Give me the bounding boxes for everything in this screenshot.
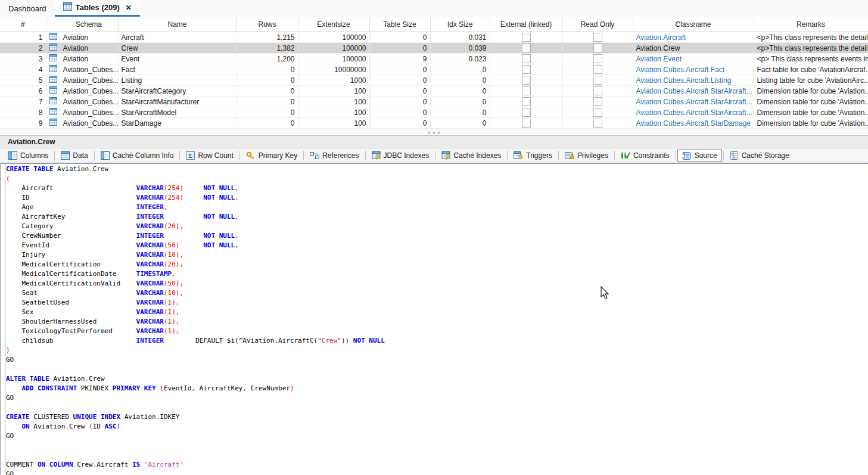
source-code-view[interactable]: CREATE TABLE Aviation.Crew( Aircraft VAR… (0, 164, 868, 475)
external-checkbox[interactable] (522, 76, 531, 85)
column-header-name[interactable]: Name (118, 17, 237, 32)
cell-name: Event (118, 54, 237, 64)
external-checkbox[interactable] (522, 108, 531, 117)
cell-extentsize: 10000000 (298, 64, 369, 75)
detail-tab-cach-indexes[interactable]: 13">Caché Indexes (437, 150, 506, 162)
read-only-checkbox[interactable] (593, 33, 602, 42)
detail-tab-cach-column-info[interactable]: Caché Column Info (96, 150, 179, 162)
table-row[interactable]: 5Aviation_Cubes...Listing0100000Aviation… (0, 75, 868, 86)
cell-rows: 1,200 (237, 54, 298, 64)
column-header-schema[interactable]: Schema (60, 17, 118, 32)
column-header-rows[interactable]: Rows (237, 17, 298, 32)
read-only-checkbox[interactable] (593, 108, 602, 117)
detail-tab-privileges[interactable]: Privileges (560, 150, 613, 162)
read-only-checkbox[interactable] (593, 86, 602, 95)
table-row-icon (49, 97, 57, 106)
row-number: 1 (0, 32, 46, 43)
cell-name: StarDamage (118, 118, 237, 129)
tab-tables[interactable]: Tables (209) ✕ (55, 0, 140, 17)
detail-tab-references[interactable]: References (305, 150, 363, 162)
column-header-classname[interactable]: Classname (633, 17, 754, 32)
external-checkbox[interactable] (522, 97, 531, 106)
classname-link[interactable]: Aviation.Aircraft (636, 33, 686, 42)
cell-idx-size: 0 (430, 107, 490, 118)
classname-link[interactable]: Aviation.Cubes.Aircraft.Fact (636, 66, 725, 74)
table-row-icon (49, 76, 57, 85)
classname-link[interactable]: Aviation.Crew (636, 44, 680, 52)
cell-extentsize: 100000 (298, 43, 369, 54)
external-checkbox[interactable] (522, 86, 531, 95)
column-header-external-linked-[interactable]: External (linked) (490, 17, 562, 32)
table-row-icon (49, 54, 57, 63)
table-row[interactable]: 8Aviation_Cubes...StarAircraftModel01000… (0, 107, 868, 118)
cell-remarks: Dimension table for cube 'Aviation... (754, 107, 868, 118)
table-row[interactable]: 4Aviation_Cubes...Fact01000000000Aviatio… (0, 64, 868, 75)
column-header--[interactable]: # (0, 17, 46, 32)
cell-schema: Aviation (60, 43, 118, 54)
column-header-icon[interactable] (46, 17, 60, 32)
row-count-sigma-icon: Σ (186, 151, 195, 160)
table-row[interactable]: 9Aviation_Cubes...StarDamage010000Aviati… (0, 118, 868, 129)
detail-tab-columns[interactable]: Columns (4, 150, 53, 162)
read-only-checkbox[interactable] (593, 119, 602, 128)
external-checkbox[interactable] (522, 119, 531, 128)
read-only-checkbox[interactable] (593, 44, 602, 52)
read-only-checkbox[interactable] (593, 54, 602, 63)
detail-tab-label: References (322, 151, 359, 160)
tab-dashboard[interactable]: Dashboard (0, 0, 55, 17)
external-checkbox[interactable] (522, 65, 531, 74)
read-only-checkbox[interactable] (593, 65, 602, 74)
toolbar-separator (558, 151, 559, 160)
code-line: COMMENT ON COLUMN Crew.Aircraft IS 'Airc… (6, 460, 385, 470)
classname-link[interactable]: Aviation.Cubes.Aircraft.StarAircraft... (636, 87, 752, 95)
privileges-icon (565, 151, 574, 160)
classname-link[interactable]: Aviation.Event (636, 55, 682, 63)
cell-name: StarAircraftCategory (118, 86, 237, 97)
close-icon[interactable]: ✕ (126, 4, 132, 12)
column-header-read-only[interactable]: Read Only (562, 17, 633, 32)
column-header-idx-size[interactable]: Idx Size (430, 17, 490, 32)
table-row[interactable]: 3AviationEvent1,20010000090.023Aviation.… (0, 54, 868, 64)
detail-tab-primary-key[interactable]: Primary Key (241, 150, 302, 162)
detail-tab-source[interactable]: Source (677, 150, 722, 162)
detail-tab-data[interactable]: Data (56, 150, 92, 162)
toolbar-separator (94, 151, 95, 160)
table-row[interactable]: 1AviationAircraft1,21510000000.031Aviati… (0, 32, 868, 43)
toolbar-separator (676, 151, 676, 160)
code-line: Injury VARCHAR(10), (6, 250, 385, 260)
detail-tab-row-count[interactable]: ΣRow Count (181, 150, 238, 162)
cell-classname: Aviation.Cubes.Aircraft.StarDamage (633, 118, 754, 129)
detail-tab-cach-storage[interactable]: Caché Storage (725, 150, 794, 162)
external-checkbox[interactable] (522, 54, 531, 63)
toolbar-separator (179, 151, 180, 160)
cell-table-size: 0 (369, 75, 430, 86)
row-number: 4 (0, 64, 46, 75)
table-row[interactable]: 7Aviation_Cubes...StarAircraftManufactur… (0, 97, 868, 107)
cell-table-size: 0 (369, 107, 430, 118)
toolbar-separator (507, 151, 508, 160)
read-only-checkbox[interactable] (593, 97, 602, 106)
table-row[interactable]: 6Aviation_Cubes...StarAircraftCategory01… (0, 86, 868, 97)
table-row[interactable]: 2AviationCrew1,38210000000.039Aviation.C… (0, 43, 868, 54)
external-checkbox[interactable] (522, 33, 531, 42)
read-only-checkbox[interactable] (593, 76, 602, 85)
classname-link[interactable]: Aviation.Cubes.Aircraft.Listing (636, 76, 732, 85)
external-checkbox[interactable] (522, 44, 531, 52)
classname-link[interactable]: Aviation.Cubes.Aircraft.StarAircraft... (636, 98, 752, 106)
code-line (6, 451, 385, 460)
code-line: GO (6, 470, 385, 475)
cell-extentsize: 100 (298, 107, 369, 118)
code-line: Sex VARCHAR(1), (6, 308, 385, 317)
column-header-table-size[interactable]: Table Size (369, 17, 430, 32)
code-line: SeatbeltUsed VARCHAR(1), (6, 298, 385, 308)
classname-link[interactable]: Aviation.Cubes.Aircraft.StarDamage (636, 119, 751, 128)
column-header-extentsize[interactable]: Extentsize (298, 17, 369, 32)
detail-tab-label: Columns (20, 151, 48, 160)
detail-tab-bar: ColumnsDataCaché Column InfoΣRow CountPr… (0, 148, 868, 164)
detail-tab-triggers[interactable]: Triggers (509, 150, 557, 162)
detail-tab-jdbc-indexes[interactable]: 13">JDBC Indexes (367, 150, 434, 162)
classname-link[interactable]: Aviation.Cubes.Aircraft.StarAircraft... (636, 108, 752, 117)
detail-tab-label: Row Count (198, 151, 233, 160)
column-header-remarks[interactable]: Remarks (754, 17, 868, 32)
detail-tab-constraints[interactable]: Constraints (616, 150, 674, 162)
